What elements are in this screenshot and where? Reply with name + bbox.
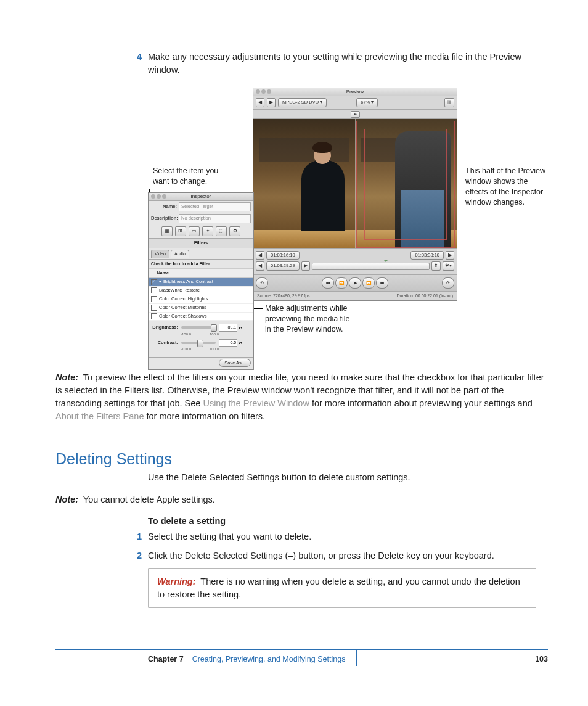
scale-indicator[interactable]: ⬌: [351, 111, 360, 118]
timeline-track[interactable]: [312, 263, 430, 270]
checkbox-icon[interactable]: [151, 313, 157, 319]
checkbox-icon[interactable]: [151, 296, 157, 302]
tc-right-btn[interactable]: ▶: [301, 261, 310, 271]
transport-controls: ⟲ ⏮ ⏪ ▶ ⏩ ⏭ ⟳: [253, 274, 457, 291]
summary-icon[interactable]: ▦: [161, 226, 173, 236]
rewind-button[interactable]: ⏪: [335, 277, 348, 289]
play-button[interactable]: ▶: [349, 277, 361, 289]
preview-toolbar: ◀ ▶ MPEG-2 SD DVD ▾ 67% ▾ ▥: [253, 96, 457, 110]
geometry-icon[interactable]: ⬚: [216, 226, 227, 236]
contrast-value[interactable]: 0.0: [219, 339, 237, 347]
brightness-label: Brightness:: [152, 324, 178, 331]
warning-box: Warning: There is no warning when you de…: [148, 568, 536, 608]
checkbox-icon[interactable]: [151, 305, 157, 311]
brightness-slider[interactable]: [181, 326, 216, 329]
link-filters-pane[interactable]: About the Filters Pane: [55, 411, 144, 421]
inspector-window: Inspector Name: Selected Target Descript…: [148, 192, 254, 370]
callout-bottom: Make adjustments while previewing the me…: [265, 303, 357, 335]
out-button[interactable]: ▶: [446, 251, 454, 260]
note-1: Note: To preview the effect of the filte…: [55, 371, 549, 423]
contrast-label: Contrast:: [152, 340, 178, 347]
callout-left: Select the item you want to change.: [153, 166, 227, 187]
filter-list: ▾Brightness And Contrast BlackWhite Rest…: [149, 278, 253, 321]
note-2: Note: You cannot delete Apple settings.: [55, 493, 549, 506]
chapter-title: Creating, Previewing, and Modifying Sett…: [192, 654, 346, 666]
link-preview-window[interactable]: Using the Preview Window: [203, 398, 309, 408]
timeline: ◀ 01:03:16:10 01:03:38:10 ▶ ◀ 01:03:29:2…: [253, 248, 457, 275]
brightness-value[interactable]: 89.1: [219, 324, 237, 331]
toggle-button[interactable]: ▥: [444, 98, 454, 107]
page-number: 103: [528, 654, 548, 666]
filter-row[interactable]: Color Correct Midtones: [149, 304, 253, 313]
preview-window: Preview ◀ ▶ MPEG-2 SD DVD ▾ 67% ▾ ▥ ⬌: [253, 88, 457, 301]
contrast-slider[interactable]: [181, 342, 216, 344]
filters-icon[interactable]: ✦: [202, 226, 213, 236]
step-text: Make any necessary adjustments to your s…: [148, 52, 521, 75]
filters-header: Filters: [149, 238, 253, 248]
actions-icon[interactable]: ⚙: [229, 226, 240, 236]
source-info: Source: 720x480, 29.97 fps: [257, 293, 310, 299]
tab-audio[interactable]: Audio: [171, 250, 189, 258]
scrub-back-icon[interactable]: ⟲: [256, 277, 268, 289]
figure: Select the item you want to change. This…: [55, 88, 549, 353]
callout-right: This half of the Preview window shows th…: [465, 166, 545, 208]
format-dropdown[interactable]: MPEG-2 SD DVD ▾: [278, 98, 327, 107]
step-4: 4 Make any necessary adjustments to your…: [148, 51, 536, 76]
inspector-titlebar: Inspector: [149, 193, 253, 201]
marker-menu[interactable]: ✱▾: [443, 261, 454, 271]
tc-out[interactable]: 01:03:38:10: [410, 251, 444, 260]
filter-row[interactable]: Color Correct Shadows: [149, 313, 253, 321]
preview-titlebar: Preview: [253, 88, 457, 96]
nav-fwd-button[interactable]: ▶: [267, 98, 276, 107]
delete-step-1: 1 Select the setting that you want to de…: [148, 530, 536, 543]
marker-btn[interactable]: ⬆: [431, 261, 441, 271]
section-heading: Deleting Settings: [55, 448, 549, 470]
step-number: 4: [137, 51, 142, 64]
save-as-button[interactable]: Save As...: [219, 359, 251, 367]
encoder-icon[interactable]: ⊞: [175, 226, 186, 236]
tc-left-btn[interactable]: ◀: [256, 261, 264, 271]
loop-button[interactable]: ⟳: [442, 277, 454, 289]
checkbox-icon[interactable]: [151, 287, 157, 293]
frame-icon[interactable]: ▭: [189, 226, 200, 236]
in-button[interactable]: ◀: [256, 251, 264, 260]
inspector-toolbar: ▦ ⊞ ▭ ✦ ⬚ ⚙: [149, 224, 253, 238]
section-intro: Use the Delete Selected Settings button …: [148, 471, 536, 484]
go-start-button[interactable]: ⏮: [322, 277, 334, 289]
procedure-heading: To delete a setting: [148, 515, 536, 528]
filter-row[interactable]: BlackWhite Restore: [149, 287, 253, 295]
page-footer: Chapter 7 Creating, Previewing, and Modi…: [55, 649, 548, 666]
chapter-label: Chapter 7: [148, 654, 184, 666]
duration-info: Duration: 00:00:22:01 (in-out): [397, 293, 453, 299]
filter-row[interactable]: Color Correct Highlights: [149, 295, 253, 304]
delete-step-2: 2 Click the Delete Selected Settings (–)…: [148, 549, 536, 562]
filter-column-header: Name: [149, 269, 253, 278]
filter-instruction: Check the box to add a Filter:: [149, 260, 253, 269]
desc-field[interactable]: No description: [179, 214, 251, 223]
slider-panel: Brightness: 89.1 ▴▾ -100.0100.0 Contrast…: [149, 321, 253, 357]
video-preview: [253, 119, 457, 248]
filter-row[interactable]: ▾Brightness And Contrast: [149, 278, 253, 287]
checkbox-icon[interactable]: [151, 279, 157, 285]
go-end-button[interactable]: ⏭: [376, 277, 388, 289]
name-field[interactable]: Selected Target: [179, 202, 251, 211]
tc-current[interactable]: 01:03:29:29: [266, 261, 300, 271]
nav-back-button[interactable]: ◀: [256, 98, 264, 107]
zoom-dropdown[interactable]: 67% ▾: [356, 98, 378, 107]
tc-in[interactable]: 01:03:16:10: [266, 251, 300, 260]
name-label: Name:: [151, 203, 177, 210]
forward-button[interactable]: ⏩: [362, 277, 375, 289]
desc-label: Description:: [151, 215, 177, 222]
tab-video[interactable]: Video: [151, 250, 169, 258]
